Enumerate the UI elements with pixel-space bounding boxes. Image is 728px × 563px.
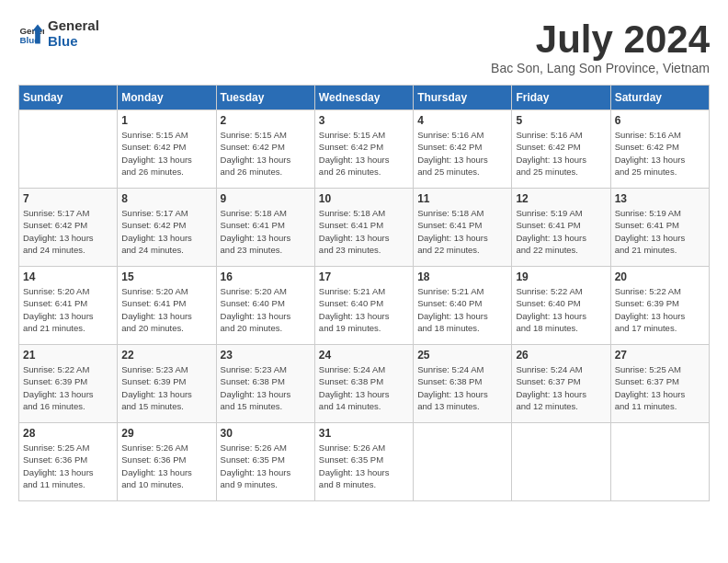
day-number: 8 [121,192,211,205]
calendar-cell: 22Sunrise: 5:23 AM Sunset: 6:39 PM Dayli… [118,345,216,423]
day-number: 29 [121,427,211,440]
day-number: 20 [615,270,705,283]
calendar-cell: 12Sunrise: 5:19 AM Sunset: 6:41 PM Dayli… [512,189,610,267]
day-info: Sunrise: 5:19 AM Sunset: 6:41 PM Dayligh… [516,207,606,256]
day-info: Sunrise: 5:26 AM Sunset: 6:35 PM Dayligh… [221,442,311,490]
day-number: 15 [121,270,211,283]
calendar-table: SundayMondayTuesdayWednesdayThursdayFrid… [18,85,710,501]
calendar-cell: 25Sunrise: 5:24 AM Sunset: 6:38 PM Dayli… [414,345,512,423]
day-info: Sunrise: 5:15 AM Sunset: 6:42 PM Dayligh… [221,129,311,178]
calendar-cell: 21Sunrise: 5:22 AM Sunset: 6:39 PM Dayli… [19,345,118,423]
day-info: Sunrise: 5:15 AM Sunset: 6:42 PM Dayligh… [319,129,409,178]
calendar-cell: 8Sunrise: 5:17 AM Sunset: 6:42 PM Daylig… [118,189,216,267]
calendar-cell: 14Sunrise: 5:20 AM Sunset: 6:41 PM Dayli… [19,267,118,345]
day-info: Sunrise: 5:18 AM Sunset: 6:41 PM Dayligh… [417,207,507,256]
day-number: 17 [319,270,409,283]
day-info: Sunrise: 5:20 AM Sunset: 6:41 PM Dayligh… [121,285,211,334]
day-number: 22 [121,349,211,362]
calendar-title: July 2024 [491,18,710,61]
week-row-4: 21Sunrise: 5:22 AM Sunset: 6:39 PM Dayli… [19,345,710,423]
week-row-2: 7Sunrise: 5:17 AM Sunset: 6:42 PM Daylig… [19,189,710,267]
day-number: 7 [23,192,113,205]
day-info: Sunrise: 5:18 AM Sunset: 6:41 PM Dayligh… [221,207,311,256]
calendar-cell: 10Sunrise: 5:18 AM Sunset: 6:41 PM Dayli… [314,189,413,267]
logo-icon: General Blue [18,21,44,47]
day-info: Sunrise: 5:21 AM Sunset: 6:40 PM Dayligh… [417,285,507,334]
day-number: 4 [417,114,507,127]
day-number: 28 [23,427,113,440]
day-info: Sunrise: 5:16 AM Sunset: 6:42 PM Dayligh… [615,129,705,178]
day-number: 30 [221,427,311,440]
day-header-saturday: Saturday [610,86,709,110]
day-number: 26 [516,349,606,362]
calendar-cell: 27Sunrise: 5:25 AM Sunset: 6:37 PM Dayli… [610,345,709,423]
day-header-thursday: Thursday [414,86,512,110]
day-number: 18 [417,270,507,283]
header-row: SundayMondayTuesdayWednesdayThursdayFrid… [19,86,710,110]
calendar-cell: 19Sunrise: 5:22 AM Sunset: 6:40 PM Dayli… [512,267,610,345]
day-info: Sunrise: 5:22 AM Sunset: 6:39 PM Dayligh… [23,363,113,412]
calendar-cell: 24Sunrise: 5:24 AM Sunset: 6:38 PM Dayli… [314,345,413,423]
day-info: Sunrise: 5:20 AM Sunset: 6:40 PM Dayligh… [221,285,311,334]
day-info: Sunrise: 5:19 AM Sunset: 6:41 PM Dayligh… [615,207,705,256]
logo-text-blue: Blue [48,34,99,50]
calendar-cell [414,423,512,501]
day-info: Sunrise: 5:23 AM Sunset: 6:39 PM Dayligh… [121,363,211,412]
day-number: 19 [516,270,606,283]
day-number: 1 [121,114,211,127]
day-number: 12 [516,192,606,205]
day-number: 24 [319,349,409,362]
day-info: Sunrise: 5:24 AM Sunset: 6:38 PM Dayligh… [417,363,507,412]
calendar-cell: 26Sunrise: 5:24 AM Sunset: 6:37 PM Dayli… [512,345,610,423]
day-number: 31 [319,427,409,440]
logo: General Blue General Blue [18,18,99,49]
header: General Blue General Blue July 2024 Bac … [18,18,710,75]
day-info: Sunrise: 5:18 AM Sunset: 6:41 PM Dayligh… [319,207,409,256]
day-info: Sunrise: 5:22 AM Sunset: 6:39 PM Dayligh… [615,285,705,334]
day-header-tuesday: Tuesday [216,86,314,110]
calendar-cell: 3Sunrise: 5:15 AM Sunset: 6:42 PM Daylig… [314,110,413,189]
week-row-5: 28Sunrise: 5:25 AM Sunset: 6:36 PM Dayli… [19,423,710,501]
day-info: Sunrise: 5:25 AM Sunset: 6:36 PM Dayligh… [23,442,113,490]
day-info: Sunrise: 5:17 AM Sunset: 6:42 PM Dayligh… [121,207,211,256]
calendar-cell [512,423,610,501]
day-number: 16 [221,270,311,283]
day-number: 21 [23,349,113,362]
week-row-1: 1Sunrise: 5:15 AM Sunset: 6:42 PM Daylig… [19,110,710,189]
day-info: Sunrise: 5:24 AM Sunset: 6:38 PM Dayligh… [319,363,409,412]
calendar-cell: 15Sunrise: 5:20 AM Sunset: 6:41 PM Dayli… [118,267,216,345]
day-number: 10 [319,192,409,205]
day-header-sunday: Sunday [19,86,118,110]
day-info: Sunrise: 5:26 AM Sunset: 6:36 PM Dayligh… [121,442,211,490]
calendar-cell: 2Sunrise: 5:15 AM Sunset: 6:42 PM Daylig… [216,110,314,189]
day-info: Sunrise: 5:16 AM Sunset: 6:42 PM Dayligh… [516,129,606,178]
week-row-3: 14Sunrise: 5:20 AM Sunset: 6:41 PM Dayli… [19,267,710,345]
calendar-cell: 30Sunrise: 5:26 AM Sunset: 6:35 PM Dayli… [216,423,314,501]
title-block: July 2024 Bac Son, Lang Son Province, Vi… [491,18,710,75]
calendar-cell: 29Sunrise: 5:26 AM Sunset: 6:36 PM Dayli… [118,423,216,501]
calendar-cell: 7Sunrise: 5:17 AM Sunset: 6:42 PM Daylig… [19,189,118,267]
day-info: Sunrise: 5:17 AM Sunset: 6:42 PM Dayligh… [23,207,113,256]
calendar-cell: 13Sunrise: 5:19 AM Sunset: 6:41 PM Dayli… [610,189,709,267]
calendar-cell: 4Sunrise: 5:16 AM Sunset: 6:42 PM Daylig… [414,110,512,189]
calendar-cell: 16Sunrise: 5:20 AM Sunset: 6:40 PM Dayli… [216,267,314,345]
day-header-monday: Monday [118,86,216,110]
calendar-cell: 11Sunrise: 5:18 AM Sunset: 6:41 PM Dayli… [414,189,512,267]
calendar-cell: 20Sunrise: 5:22 AM Sunset: 6:39 PM Dayli… [610,267,709,345]
calendar-cell: 17Sunrise: 5:21 AM Sunset: 6:40 PM Dayli… [314,267,413,345]
day-info: Sunrise: 5:25 AM Sunset: 6:37 PM Dayligh… [615,363,705,412]
day-number: 23 [221,349,311,362]
logo-text-general: General [48,18,99,34]
calendar-cell: 18Sunrise: 5:21 AM Sunset: 6:40 PM Dayli… [414,267,512,345]
day-number: 3 [319,114,409,127]
calendar-subtitle: Bac Son, Lang Son Province, Vietnam [491,61,710,75]
day-number: 5 [516,114,606,127]
day-number: 13 [615,192,705,205]
day-info: Sunrise: 5:26 AM Sunset: 6:35 PM Dayligh… [319,442,409,490]
day-number: 25 [417,349,507,362]
day-header-wednesday: Wednesday [314,86,413,110]
day-number: 14 [23,270,113,283]
day-info: Sunrise: 5:15 AM Sunset: 6:42 PM Dayligh… [121,129,211,178]
calendar-cell: 28Sunrise: 5:25 AM Sunset: 6:36 PM Dayli… [19,423,118,501]
calendar-cell: 5Sunrise: 5:16 AM Sunset: 6:42 PM Daylig… [512,110,610,189]
